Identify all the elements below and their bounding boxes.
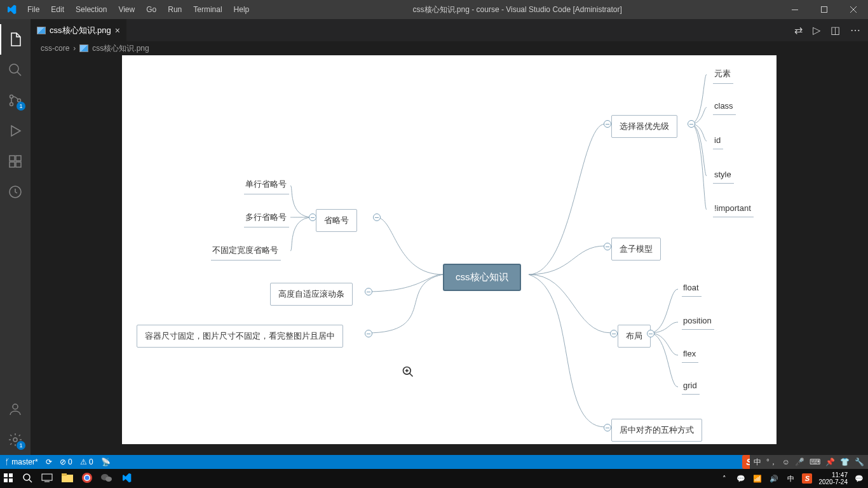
breadcrumb[interactable]: css-core › css核心知识.png <box>31 41 868 55</box>
collapse-toggle[interactable] <box>647 330 654 337</box>
leaf-id: id <box>713 134 723 149</box>
tab-active[interactable]: css核心知识.png × <box>31 19 127 41</box>
collapse-toggle[interactable] <box>604 120 611 128</box>
compare-icon[interactable]: ⇄ <box>794 24 803 36</box>
svg-rect-1 <box>822 7 827 13</box>
collapse-toggle[interactable] <box>610 330 618 337</box>
settings-badge: 1 <box>17 441 25 450</box>
menu-terminal[interactable]: Terminal <box>188 3 227 17</box>
activity-bar: 1 1 <box>0 19 31 455</box>
leaf-flex: flex <box>682 348 698 363</box>
editor-area: css核心知识 省略号 单行省略号 多行省略号 不固定宽度省略号 高度自适应滚动… <box>31 55 868 455</box>
image-file-icon <box>37 27 46 34</box>
warnings-count[interactable]: ⚠ 0 <box>80 458 93 466</box>
tray-message-icon[interactable]: 💬 <box>736 473 746 484</box>
split-editor-icon[interactable]: ◫ <box>831 24 840 36</box>
minimize-button[interactable] <box>780 0 810 19</box>
collapse-toggle[interactable] <box>365 330 372 337</box>
breadcrumb-file[interactable]: css核心知识.png <box>92 43 149 54</box>
svg-point-24 <box>85 476 90 480</box>
ime-mic-icon[interactable]: 🎤 <box>795 458 804 466</box>
image-file-icon <box>79 44 88 52</box>
taskbar-clock[interactable]: 11:47 2020-7-24 <box>818 471 848 485</box>
menu-go[interactable]: Go <box>141 3 161 17</box>
svg-point-4 <box>10 103 13 106</box>
collapse-toggle[interactable] <box>688 120 695 128</box>
tray-volume-icon[interactable]: 🔊 <box>769 473 779 484</box>
node-priority: 选择器优先级 <box>611 115 677 138</box>
tab-bar: css核心知识.png × ⇄ ▷ ◫ ⋯ <box>31 19 868 41</box>
leaf-element: 元素 <box>713 67 733 84</box>
node-center-align: 居中对齐的五种方式 <box>611 419 702 442</box>
svg-point-3 <box>10 95 13 98</box>
accounts-icon[interactable] <box>0 394 31 424</box>
taskbar-vscode-icon[interactable] <box>121 473 132 484</box>
source-control-icon[interactable]: 1 <box>0 85 31 116</box>
svg-rect-19 <box>42 474 52 480</box>
ime-pin-icon[interactable]: 📌 <box>825 458 835 466</box>
breadcrumb-root[interactable]: css-core <box>41 44 69 53</box>
menu-edit[interactable]: Edit <box>46 3 69 17</box>
scm-badge: 1 <box>17 102 25 111</box>
tray-chevron-icon[interactable]: ˄ <box>719 473 729 484</box>
taskbar-chrome-icon[interactable] <box>82 473 92 484</box>
taskbar-search-icon[interactable] <box>22 473 32 484</box>
ime-lang[interactable]: 中 <box>754 457 761 468</box>
tab-close-icon[interactable]: × <box>115 25 120 36</box>
ime-keyboard-icon[interactable]: ⌨ <box>810 458 820 466</box>
menu-bar: File Edit Selection View Go Run Terminal… <box>22 3 254 17</box>
tray-sogou-icon[interactable]: S <box>802 473 812 484</box>
notifications-icon[interactable]: 💬 <box>854 473 864 484</box>
collapse-toggle[interactable] <box>604 424 611 431</box>
collapse-toggle[interactable] <box>309 214 316 221</box>
start-button[interactable] <box>4 473 13 484</box>
search-icon[interactable] <box>0 55 31 85</box>
menu-file[interactable]: File <box>22 3 44 17</box>
leaf-flex-ellipsis: 不固定宽度省略号 <box>211 243 281 261</box>
leaf-class: class <box>713 100 736 115</box>
menu-selection[interactable]: Selection <box>71 3 112 17</box>
git-branch[interactable]: ᚶ master* <box>5 458 38 466</box>
run-icon[interactable]: ▷ <box>813 24 820 36</box>
collapse-toggle[interactable] <box>604 243 611 250</box>
extensions-icon[interactable] <box>0 146 31 177</box>
svg-rect-14 <box>4 473 8 477</box>
collapse-toggle[interactable] <box>365 288 372 295</box>
windows-taskbar: ˄ 💬 📶 🔊 中 S 11:47 2020-7-24 💬 <box>0 469 868 488</box>
explorer-icon[interactable] <box>0 24 31 55</box>
run-debug-icon[interactable] <box>0 116 31 146</box>
ime-toolbar[interactable]: 中 °， ☺ 🎤 ⌨ 📌 👕 🔧 <box>750 455 868 469</box>
node-scroll: 高度自适应滚动条 <box>270 283 353 306</box>
tab-label: css核心知识.png <box>50 25 111 36</box>
close-button[interactable] <box>839 0 868 19</box>
menu-view[interactable]: View <box>113 3 140 17</box>
vscode-logo-icon <box>0 4 22 15</box>
tray-ime-icon[interactable]: 中 <box>785 473 796 484</box>
more-actions-icon[interactable]: ⋯ <box>850 24 860 36</box>
settings-icon[interactable]: 1 <box>0 424 31 455</box>
menu-run[interactable]: Run <box>163 3 187 17</box>
errors-count[interactable]: ⊘ 0 <box>60 458 72 466</box>
svg-point-26 <box>105 477 112 482</box>
leaf-style: style <box>713 168 734 184</box>
timeline-icon[interactable] <box>0 177 31 207</box>
image-preview[interactable]: css核心知识 省略号 单行省略号 多行省略号 不固定宽度省略号 高度自适应滚动… <box>122 55 776 444</box>
ime-punct[interactable]: °， <box>766 457 777 468</box>
broadcast-icon[interactable]: 📡 <box>101 458 111 466</box>
svg-point-18 <box>24 474 30 480</box>
tray-wifi-icon[interactable]: 📶 <box>752 473 763 484</box>
window-title: css核心知识.png - course - Visual Studio Cod… <box>254 4 780 15</box>
task-view-icon[interactable] <box>41 473 53 484</box>
taskbar-explorer-icon[interactable] <box>62 473 73 484</box>
ime-face-icon[interactable]: ☺ <box>782 458 790 466</box>
leaf-grid: grid <box>682 379 700 395</box>
ime-skin-icon[interactable]: 👕 <box>840 458 850 466</box>
git-sync-icon[interactable]: ⟳ <box>46 458 52 466</box>
menu-help[interactable]: Help <box>229 3 255 17</box>
leaf-single-ellipsis: 单行省略号 <box>244 177 289 194</box>
node-box-model: 盒子模型 <box>611 238 661 261</box>
collapse-toggle[interactable] <box>373 214 381 221</box>
taskbar-wechat-icon[interactable] <box>101 473 112 484</box>
ime-tool-icon[interactable]: 🔧 <box>855 458 864 466</box>
maximize-button[interactable] <box>810 0 839 19</box>
